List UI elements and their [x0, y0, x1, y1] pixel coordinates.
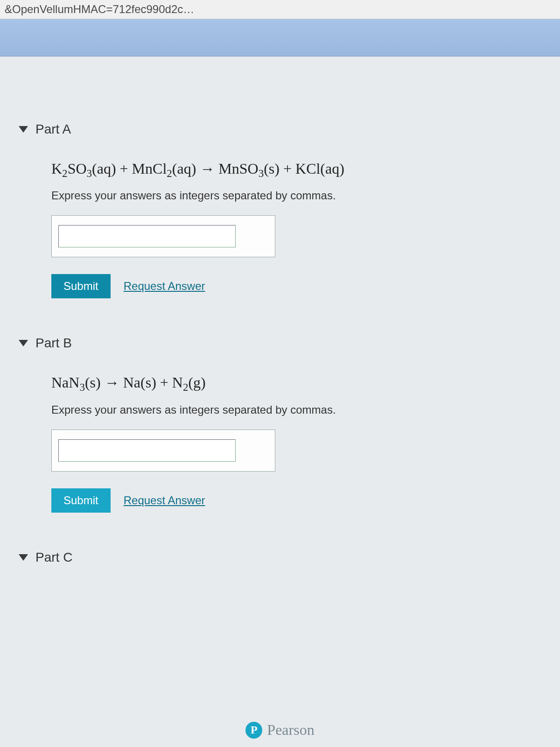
part-b-header[interactable]: Part B — [19, 336, 541, 351]
part-a-equation: K2SO3(aq) + MnCl2(aq) → MnSO3(s) + KCl(a… — [51, 160, 541, 180]
part-b-title: Part B — [35, 336, 72, 351]
caret-down-icon — [19, 340, 28, 346]
part-a-submit-button[interactable]: Submit — [51, 274, 111, 298]
part-b-instruction: Express your answers as integers separat… — [51, 403, 541, 416]
part-a-answer-input[interactable] — [58, 225, 236, 247]
part-a-request-answer-link[interactable]: Request Answer — [124, 280, 205, 293]
part-b: Part B NaN3(s) → Na(s) + N2(g) Express y… — [19, 336, 541, 512]
header-band — [0, 19, 560, 56]
footer: P Pearson — [0, 721, 560, 739]
pearson-logo-icon: P — [245, 722, 262, 739]
part-a: Part A K2SO3(aq) + MnCl2(aq) → MnSO3(s) … — [19, 122, 541, 298]
part-c-header[interactable]: Part C — [19, 550, 541, 565]
main-content: Part A K2SO3(aq) + MnCl2(aq) → MnSO3(s) … — [0, 56, 560, 621]
part-b-submit-button[interactable]: Submit — [51, 488, 111, 513]
browser-url-fragment: &OpenVellumHMAC=712fec990d2c… — [0, 0, 560, 19]
caret-down-icon — [19, 554, 28, 561]
part-b-input-frame — [51, 430, 275, 472]
part-c: Part C — [19, 550, 541, 565]
part-b-request-answer-link[interactable]: Request Answer — [124, 494, 205, 507]
part-a-input-frame — [51, 215, 275, 257]
part-a-instruction: Express your answers as integers separat… — [51, 189, 541, 202]
part-a-title: Part A — [35, 122, 71, 137]
part-c-title: Part C — [35, 550, 72, 565]
part-a-header[interactable]: Part A — [19, 122, 541, 137]
pearson-brand-text: Pearson — [267, 721, 314, 739]
caret-down-icon — [19, 126, 28, 133]
part-b-answer-input[interactable] — [58, 439, 236, 462]
part-b-equation: NaN3(s) → Na(s) + N2(g) — [51, 374, 541, 394]
